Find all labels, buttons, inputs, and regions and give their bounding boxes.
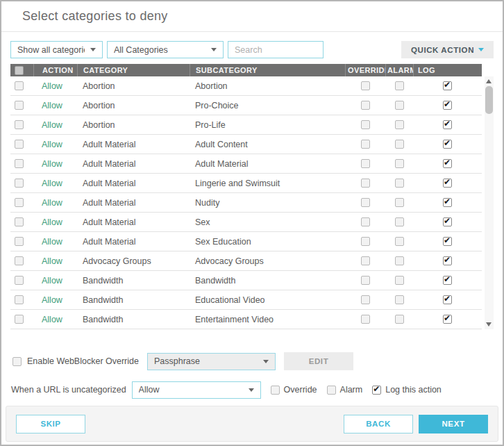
table-row: Allow Adult Material Adult Content — [10, 135, 482, 154]
row-action-cell: Allow — [33, 315, 77, 324]
log-checkbox[interactable] — [443, 159, 452, 168]
log-checkbox[interactable] — [443, 179, 452, 188]
row-select-checkbox[interactable] — [15, 217, 24, 226]
edit-button[interactable]: EDIT — [284, 352, 353, 370]
quick-action-label: QUICK ACTION — [411, 46, 474, 54]
override-checkbox[interactable] — [361, 315, 370, 324]
log-checkbox[interactable] — [443, 256, 452, 265]
alarm-checkbox[interactable] — [395, 159, 404, 168]
action-value: Allow — [42, 198, 62, 208]
action-value: Allow — [42, 237, 62, 247]
row-select-checkbox[interactable] — [15, 101, 24, 110]
back-button[interactable]: BACK — [344, 415, 413, 433]
uncategorized-override-checkbox[interactable] — [271, 386, 280, 395]
row-select-checkbox[interactable] — [15, 140, 24, 149]
alarm-checkbox[interactable] — [395, 276, 404, 285]
log-checkbox[interactable] — [443, 198, 452, 207]
action-value: Allow — [42, 315, 62, 324]
uncategorized-override-label: Override — [284, 385, 317, 395]
scroll-down-arrow-icon[interactable] — [486, 322, 492, 327]
override-checkbox[interactable] — [361, 198, 370, 207]
log-checkbox[interactable] — [443, 120, 452, 129]
override-checkbox[interactable] — [361, 159, 370, 168]
row-select-checkbox[interactable] — [15, 81, 24, 90]
row-select-cell — [10, 217, 33, 226]
row-alarm-cell — [385, 276, 413, 285]
log-checkbox[interactable] — [443, 81, 452, 90]
row-select-checkbox[interactable] — [15, 256, 24, 265]
alarm-checkbox[interactable] — [395, 81, 404, 90]
log-checkbox[interactable] — [443, 315, 452, 324]
row-override-cell — [345, 179, 385, 188]
override-method-select[interactable]: Passphrase — [147, 353, 276, 370]
row-action-cell: Allow — [33, 217, 77, 227]
column-header-action: ACTION — [33, 64, 77, 76]
alarm-checkbox[interactable] — [395, 120, 404, 129]
row-select-cell — [10, 256, 33, 265]
scroll-up-arrow-icon[interactable] — [486, 79, 492, 83]
log-checkbox[interactable] — [443, 140, 452, 149]
override-checkbox[interactable] — [361, 81, 370, 90]
table-body: Allow Abortion Abortion Allow Abortion P… — [10, 76, 482, 329]
row-select-checkbox[interactable] — [15, 276, 24, 285]
row-action-cell: Allow — [33, 159, 77, 169]
scrollbar-thumb[interactable] — [485, 86, 493, 114]
row-select-checkbox[interactable] — [15, 315, 24, 324]
log-checkbox[interactable] — [443, 237, 452, 246]
alarm-checkbox[interactable] — [395, 315, 404, 324]
show-categories-select[interactable]: Show all categories — [10, 41, 103, 58]
override-checkbox[interactable] — [361, 276, 370, 285]
search-input[interactable] — [228, 41, 324, 58]
row-select-cell — [10, 315, 33, 324]
alarm-checkbox[interactable] — [395, 140, 404, 149]
category-filter-select[interactable]: All Categories — [107, 41, 224, 58]
alarm-checkbox[interactable] — [395, 179, 404, 188]
row-log-cell — [413, 159, 482, 168]
override-checkbox[interactable] — [361, 295, 370, 304]
override-checkbox[interactable] — [361, 101, 370, 110]
override-checkbox[interactable] — [361, 140, 370, 149]
alarm-checkbox[interactable] — [395, 295, 404, 304]
categories-table: ACTION CATEGORY SUBCATEGORY OVERRIDE ALA… — [10, 64, 494, 329]
override-checkbox[interactable] — [361, 120, 370, 129]
log-checkbox[interactable] — [443, 101, 452, 110]
row-select-checkbox[interactable] — [15, 237, 24, 246]
alarm-checkbox[interactable] — [395, 198, 404, 207]
log-checkbox[interactable] — [443, 276, 452, 285]
override-checkbox[interactable] — [361, 217, 370, 226]
action-value: Allow — [42, 140, 62, 149]
row-select-checkbox[interactable] — [15, 198, 24, 207]
uncategorized-checkboxes: Override Alarm Log this action — [271, 385, 451, 395]
select-all-checkbox[interactable] — [15, 66, 24, 75]
uncategorized-action-select[interactable]: Allow — [132, 381, 261, 399]
override-checkbox[interactable] — [361, 179, 370, 188]
table-row: Allow Abortion Abortion — [10, 76, 482, 96]
alarm-checkbox[interactable] — [395, 217, 404, 226]
chevron-down-icon — [211, 48, 217, 51]
action-value: Allow — [42, 295, 62, 305]
row-override-cell — [345, 217, 385, 226]
uncategorized-alarm-checkbox[interactable] — [327, 386, 336, 395]
uncategorized-log-label: Log this action — [385, 385, 442, 395]
row-override-cell — [345, 120, 385, 129]
enable-webblocker-override-checkbox[interactable] — [12, 357, 22, 366]
override-checkbox[interactable] — [361, 237, 370, 246]
uncategorized-log-checkbox[interactable] — [372, 386, 381, 395]
row-select-checkbox[interactable] — [15, 159, 24, 168]
table-scrollbar[interactable] — [485, 76, 494, 329]
row-override-cell — [345, 81, 385, 90]
alarm-checkbox[interactable] — [395, 256, 404, 265]
skip-button[interactable]: SKIP — [16, 415, 85, 433]
row-select-checkbox[interactable] — [15, 295, 24, 304]
override-checkbox[interactable] — [361, 256, 370, 265]
log-checkbox[interactable] — [443, 295, 452, 304]
log-checkbox[interactable] — [443, 217, 452, 226]
row-select-checkbox[interactable] — [15, 120, 24, 129]
row-select-checkbox[interactable] — [15, 179, 24, 188]
row-action-cell: Allow — [33, 120, 77, 130]
row-alarm-cell — [385, 179, 413, 188]
quick-action-button[interactable]: QUICK ACTION — [401, 41, 494, 58]
alarm-checkbox[interactable] — [395, 237, 404, 246]
alarm-checkbox[interactable] — [395, 101, 404, 110]
next-button[interactable]: NEXT — [419, 415, 488, 433]
